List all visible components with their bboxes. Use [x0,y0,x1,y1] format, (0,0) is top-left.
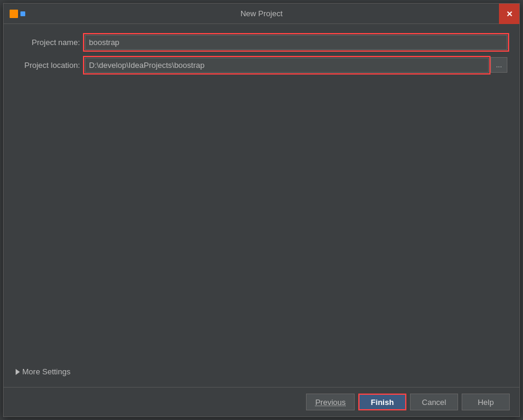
project-location-label: Project location: [16,61,85,70]
previous-button[interactable]: Previous [306,394,355,410]
help-label: Help [478,398,494,407]
project-name-label: Project name: [16,38,85,47]
more-settings-label: More Settings [22,367,70,376]
dialog-title: New Project [240,9,283,18]
triangle-icon [16,369,20,375]
project-name-input[interactable] [85,35,507,50]
logo-icon-orange [10,10,18,18]
finish-label: Finish [371,398,394,407]
dialog-footer: Previous Finish Cancel Help [4,387,519,416]
title-bar: New Project ✕ [4,4,519,24]
more-settings-toggle[interactable]: More Settings [16,362,507,381]
project-name-row: Project name: [16,35,507,50]
cancel-label: Cancel [422,398,446,407]
browse-button[interactable]: ... [491,57,507,73]
close-button[interactable]: ✕ [499,4,519,24]
previous-label: Previous [315,398,346,407]
help-button[interactable]: Help [462,394,510,410]
cancel-button[interactable]: Cancel [410,394,458,410]
project-location-input-wrapper [85,58,489,73]
logo-icon-blue [20,11,25,16]
app-logo [10,10,25,18]
content-spacer [16,80,507,362]
project-location-row: Project location: ... [16,57,507,73]
project-location-input[interactable] [85,58,489,73]
project-name-input-wrapper [85,35,507,50]
new-project-dialog: New Project ✕ Project name: Project loca… [3,3,520,417]
dialog-content: Project name: Project location: ... More… [4,24,519,387]
finish-button[interactable]: Finish [358,394,406,410]
